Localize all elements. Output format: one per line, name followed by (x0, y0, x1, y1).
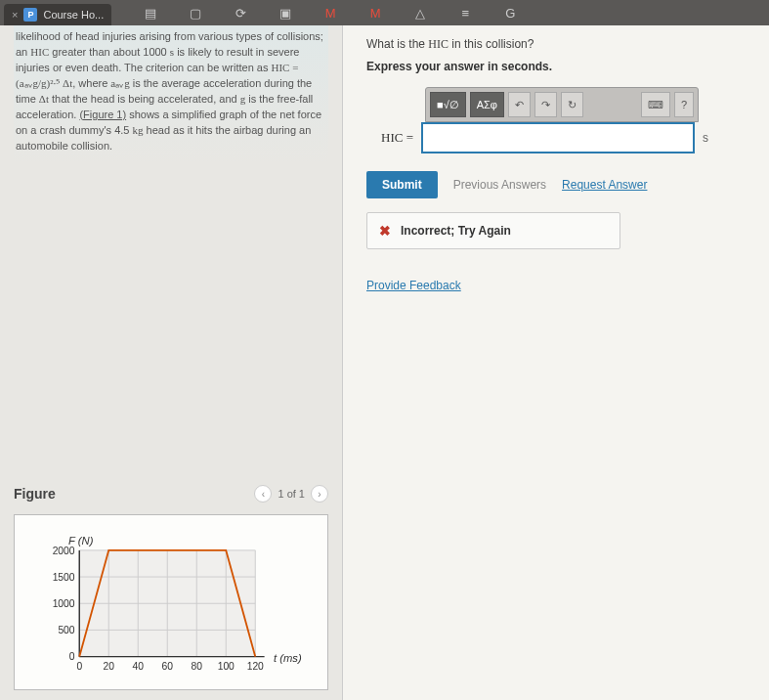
templates-button[interactable]: ■√∅ (430, 92, 466, 117)
ytick: 1500 (53, 572, 75, 583)
page-icon[interactable]: ▣ (278, 5, 293, 21)
tab-title: Course Ho... (43, 9, 104, 21)
xtick: 120 (247, 661, 264, 672)
figure-next-button[interactable]: › (311, 485, 328, 503)
menu-icon[interactable]: ≡ (457, 5, 473, 21)
drive-icon[interactable]: △ (412, 5, 428, 21)
feedback-text: Incorrect; Try Again (401, 224, 511, 238)
ytick: 0 (69, 651, 75, 662)
dt: Δt (39, 93, 49, 105)
close-icon[interactable]: × (12, 9, 18, 21)
app-icon-2[interactable]: M (367, 5, 383, 21)
submit-button[interactable]: Submit (366, 171, 438, 198)
reload-icon[interactable]: ⟳ (233, 5, 248, 21)
reset-button[interactable]: ↻ (561, 92, 583, 117)
redo-button[interactable]: ↷ (534, 92, 557, 117)
tab-favicon: P (23, 8, 37, 22)
answer-toolbar: ■√∅ ΑΣφ ↶ ↷ ↻ ⌨ ? (425, 87, 699, 122)
app-icon-1[interactable]: M (322, 5, 338, 21)
figure-prev-button[interactable]: ‹ (254, 485, 272, 503)
undo-button[interactable]: ↶ (508, 92, 531, 117)
answer-label: HIC = (366, 130, 413, 146)
xtick: 40 (133, 661, 145, 672)
xtick: 20 (104, 661, 115, 672)
incorrect-icon: ✖ (379, 223, 391, 239)
x-axis-label: t (ms) (274, 652, 302, 664)
text: , where (72, 77, 110, 89)
doc-icon[interactable]: ▢ (188, 5, 203, 21)
left-panel: likelihood of head injuries arising from… (0, 25, 342, 700)
feedback-box: ✖ Incorrect; Try Again (366, 212, 620, 249)
kg: kg (133, 124, 144, 136)
list-icon[interactable]: ▤ (143, 5, 158, 21)
chart-svg: F (N) (24, 529, 318, 685)
google-icon[interactable]: G (502, 5, 518, 21)
aavg: aₐᵥg (110, 77, 129, 89)
ytick: 2000 (53, 546, 75, 556)
provide-feedback-link[interactable]: Provide Feedback (366, 279, 461, 292)
figure-nav: ‹ 1 of 1 › (254, 485, 328, 503)
answer-input[interactable] (421, 122, 695, 153)
right-panel: What is the HIC in this collision? Expre… (342, 25, 769, 700)
figure-graph: F (N) (14, 514, 328, 690)
toolbar-icons: ▤ ▢ ⟳ ▣ M M △ ≡ G (143, 5, 518, 21)
request-answer-link[interactable]: Request Answer (562, 178, 647, 192)
question-prompt: What is the HIC in this collision? (366, 37, 746, 52)
figure-title: Figure (14, 486, 56, 502)
help-button[interactable]: ? (674, 92, 694, 117)
text: that the head is being accelerated, and (49, 93, 240, 105)
browser-tab[interactable]: × P Course Ho... (4, 4, 111, 25)
figure-page-info: 1 of 1 (278, 488, 305, 500)
xtick: 60 (162, 661, 174, 672)
browser-tab-bar: × P Course Ho... ▤ ▢ ⟳ ▣ M M △ ≡ G (0, 0, 769, 25)
text: greater than about 1000 (49, 46, 170, 58)
figure-section: Figure ‹ 1 of 1 › F (N) (14, 469, 328, 690)
xtick: 100 (218, 661, 235, 672)
xtick: 0 (76, 661, 82, 672)
keyboard-button[interactable]: ⌨ (641, 92, 670, 117)
figure-link[interactable]: (Figure 1) (79, 109, 126, 120)
problem-text: likelihood of head injuries arising from… (14, 25, 328, 162)
greek-button[interactable]: ΑΣφ (470, 92, 504, 117)
xtick: 80 (192, 661, 203, 672)
previous-answers-link[interactable]: Previous Answers (453, 178, 546, 192)
ytick: 500 (58, 625, 74, 635)
answer-unit: s (703, 131, 708, 145)
hic-term: HIC (30, 46, 49, 58)
instruction: Express your answer in seconds. (366, 60, 746, 73)
ytick: 1000 (53, 598, 75, 609)
